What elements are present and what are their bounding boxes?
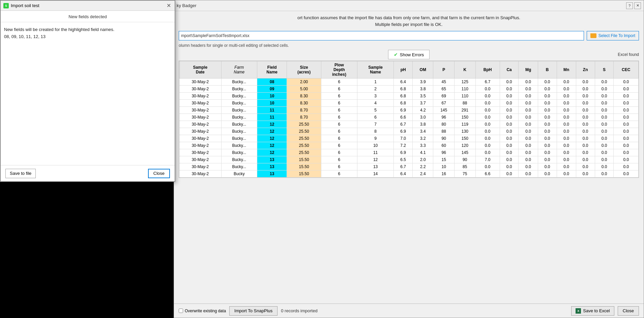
table-cell: 0.0	[519, 142, 538, 149]
dialog-close-x-button[interactable]: ✕	[165, 2, 172, 9]
col-header-p[interactable]: P	[433, 61, 455, 78]
table-cell: 0.0	[538, 86, 557, 93]
table-cell: 6	[357, 114, 393, 121]
table-row: 30-May-2Bucky...1225.50697.03.2901500.00…	[179, 135, 639, 142]
table-cell: 0.0	[576, 135, 595, 142]
table-cell: 0.0	[557, 100, 576, 107]
dialog-body-line1: New fields will be created for the highl…	[4, 27, 171, 32]
main-close-button[interactable]: ✕	[634, 2, 641, 9]
table-cell: 0.0	[576, 78, 595, 86]
col-header-cec[interactable]: CEC	[614, 61, 639, 78]
table-cell: 0.0	[500, 142, 519, 149]
col-header-bph[interactable]: BpH	[475, 61, 500, 78]
table-cell: 30-May-2	[179, 149, 222, 156]
main-window: ky Badger ? ✕ ort function assumes that …	[174, 0, 644, 318]
table-cell: 7.2	[394, 142, 413, 149]
col-header-ca[interactable]: Ca	[500, 61, 519, 78]
col-header-size[interactable]: Size(acres)	[287, 61, 321, 78]
select-file-button[interactable]: Select File To Import	[587, 31, 639, 40]
table-cell: 8.30	[287, 93, 321, 100]
overwrite-checkbox-label[interactable]: Overwrite existing data	[179, 309, 226, 313]
table-cell: 0.0	[500, 121, 519, 128]
table-cell: 0.0	[538, 107, 557, 114]
table-cell: Bucky...	[221, 163, 257, 170]
table-cell: 0.0	[614, 149, 639, 156]
table-cell: 0.0	[538, 78, 557, 86]
table-cell: 0.0	[475, 100, 500, 107]
table-cell: 0.0	[538, 170, 557, 178]
col-header-field[interactable]: FieldName	[257, 61, 287, 78]
table-cell: Bucky...	[221, 100, 257, 107]
close-dialog-button[interactable]: Close	[148, 169, 170, 178]
dialog-footer: Save to file Close	[1, 165, 175, 181]
table-row: 30-May-2Bucky...1315.506126.52.015907.00…	[179, 156, 639, 163]
col-header-om[interactable]: OM	[413, 61, 433, 78]
table-cell: 0.0	[538, 128, 557, 135]
save-to-excel-button[interactable]: X Save to Excel	[571, 306, 614, 316]
col-header-s[interactable]: S	[595, 61, 614, 78]
table-row: 30-May-2Bucky...108.30646.83.767880.00.0…	[179, 100, 639, 107]
col-header-mg[interactable]: Mg	[519, 61, 538, 78]
select-file-label: Select File To Import	[598, 33, 635, 38]
table-cell: 0.0	[475, 86, 500, 93]
table-cell: 15.50	[287, 170, 321, 178]
table-row: 30-May-2Bucky...1225.50686.93.4881300.00…	[179, 128, 639, 135]
table-cell: 8.70	[287, 114, 321, 121]
table-cell: 0.0	[500, 156, 519, 163]
save-to-file-button[interactable]: Save to file	[5, 169, 36, 178]
table-cell: Bucky...	[221, 107, 257, 114]
table-cell: 15.50	[287, 163, 321, 170]
table-cell: 0.0	[500, 78, 519, 86]
info-line2: Multiple fields per import file is OK.	[375, 22, 442, 27]
table-cell: 0.0	[519, 156, 538, 163]
table-cell: 3.3	[413, 142, 433, 149]
table-cell: 0.0	[475, 128, 500, 135]
col-header-k[interactable]: K	[454, 61, 475, 78]
table-cell: 6.9	[394, 128, 413, 135]
table-cell: 8.70	[287, 107, 321, 114]
table-cell: 0.0	[595, 170, 614, 178]
table-cell: 13	[257, 156, 287, 163]
col-header-zn[interactable]: Zn	[576, 61, 595, 78]
soil-test-table-container[interactable]: SampleDate FarmName FieldName Size(acres…	[179, 61, 639, 178]
help-button[interactable]: ?	[626, 2, 633, 9]
table-cell: 13	[257, 163, 287, 170]
col-header-depth[interactable]: PlowDepthinches)	[321, 61, 357, 78]
table-cell: 6	[321, 100, 357, 107]
table-cell: 6	[321, 142, 357, 149]
table-cell: 0.0	[475, 107, 500, 114]
table-cell: 10	[257, 100, 287, 107]
import-button[interactable]: Import To SnapPlus	[229, 306, 277, 316]
table-header-row: SampleDate FarmName FieldName Size(acres…	[179, 61, 639, 78]
table-cell: 0.0	[519, 107, 538, 114]
table-cell: 150	[454, 114, 475, 121]
table-cell: 6.4	[394, 78, 413, 86]
overwrite-checkbox-input[interactable]	[179, 309, 183, 313]
table-cell: 0.0	[614, 86, 639, 93]
table-cell: 30-May-2	[179, 163, 222, 170]
col-header-ph[interactable]: pH	[394, 61, 413, 78]
col-header-mn[interactable]: Mn	[557, 61, 576, 78]
table-cell: 90	[454, 156, 475, 163]
close-main-button[interactable]: Close	[618, 306, 639, 316]
col-header-date[interactable]: SampleDate	[179, 61, 222, 78]
table-cell: 0.0	[614, 100, 639, 107]
table-cell: 0.0	[576, 114, 595, 121]
table-cell: 0.0	[538, 149, 557, 156]
table-cell: 110	[454, 93, 475, 100]
col-header-sample[interactable]: SampleName	[357, 61, 393, 78]
col-header-farm[interactable]: FarmName	[221, 61, 257, 78]
show-errors-button[interactable]: ✔ Show Errors	[388, 50, 430, 59]
table-cell: 0.0	[557, 163, 576, 170]
table-row: 30-May-2Bucky1315.506146.42.416756.60.00…	[179, 170, 639, 178]
col-header-b[interactable]: B	[538, 61, 557, 78]
table-cell: 0.0	[576, 86, 595, 93]
table-cell: 30-May-2	[179, 86, 222, 93]
table-cell: 6.8	[394, 86, 413, 93]
table-cell: 0.0	[576, 156, 595, 163]
table-cell: 0.0	[557, 128, 576, 135]
table-cell: 6	[321, 135, 357, 142]
table-cell: 0.0	[595, 142, 614, 149]
dialog-body: New fields will be created for the highl…	[1, 22, 175, 46]
table-cell: 0.0	[557, 156, 576, 163]
